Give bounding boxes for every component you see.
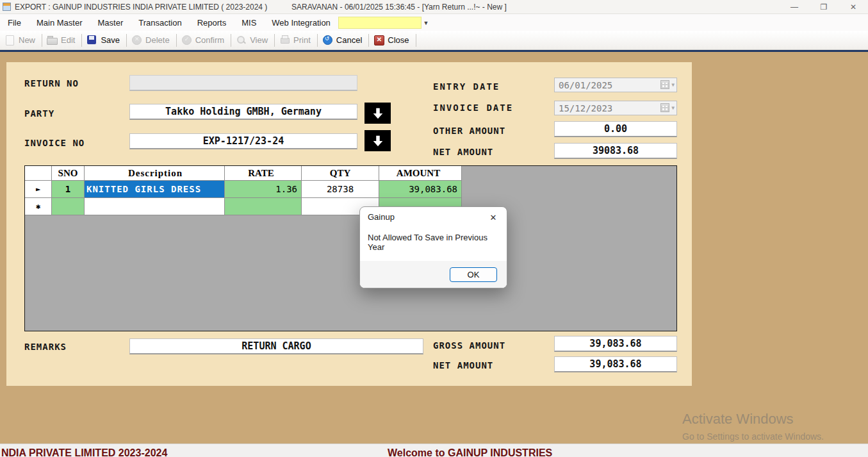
invoice-date-picker[interactable]: 15/12/2023 ▼ [554,101,677,115]
app-window: EXPORT : GAINUP INDUSTRIES INDIA PRIVATE… [0,0,868,457]
calendar-icon [660,103,669,112]
toolbar-button-label: Cancel [336,35,362,45]
delete-button[interactable]: Delete [128,32,175,49]
net-amount-input[interactable] [554,143,677,159]
dialog-close-icon[interactable]: ✕ [485,210,502,225]
title-bar: EXPORT : GAINUP INDUSTRIES INDIA PRIVATE… [0,0,868,14]
print-button[interactable]: Print [276,32,316,49]
grid-header-RATE[interactable]: RATE [225,166,302,181]
grid-cell-amt[interactable]: 39,083.68 [379,181,462,198]
grid-row[interactable]: ►1KNITTED GIRLS DRESS1.362873839,083.68 [25,181,676,198]
edit-button[interactable]: Edit [44,32,80,49]
window-controls: — ❐ ✕ [780,0,868,14]
grid-header-Description[interactable]: Description [85,166,225,181]
grid-row-selector[interactable]: ✱ [25,198,52,215]
status-marquee-left: NDIA PRIVATE LIMITED 2023-2024 [1,447,167,457]
grid-cell-desc[interactable] [85,198,225,215]
toolbar-button-label: Print [293,35,311,45]
toolbar-separator [126,34,127,47]
magnifier-icon [236,35,247,46]
red-x-icon [373,35,384,46]
grid-header-SNO[interactable]: SNO [52,166,85,181]
toolbar-separator [176,34,177,47]
toolbar-button-label: View [250,35,268,45]
close-button[interactable]: Close [370,32,414,49]
menu-item-file[interactable]: File [0,15,29,30]
close-window-icon[interactable]: ✕ [839,0,868,14]
toolbar-button-label: Save [101,35,120,45]
window-title: EXPORT : GAINUP INDUSTRIES INDIA PRIVATE… [15,3,267,12]
invoice-lookup-button[interactable] [364,130,391,151]
toolbar-separator [416,34,416,47]
net-amount-total-label: NET AMOUNT [433,360,493,370]
grid-cell-sno[interactable]: 1 [52,181,85,198]
grid-cell-sno[interactable] [52,198,85,215]
menu-item-transaction[interactable]: Transaction [131,15,189,30]
invoice-no-input[interactable] [129,133,357,149]
toolbar-separator [368,34,369,47]
grid-cell-rate[interactable]: 1.36 [225,181,302,198]
toolbar-button-label: Edit [61,35,75,45]
invoice-no-label: INVOICE NO [24,138,85,148]
message-dialog: Gainup ✕ Not Allowed To Save in Previous… [359,206,507,288]
cancel-button[interactable]: Cancel [319,32,367,49]
open-folder-icon [47,35,58,46]
toolbar-button-label: Close [388,35,409,45]
status-bar: NDIA PRIVATE LIMITED 2023-2024 Welcome t… [0,444,868,457]
menu-item-reports[interactable]: Reports [190,15,234,30]
grid-header-AMOUNT[interactable]: AMOUNT [379,166,462,181]
save-button[interactable]: Save [83,32,125,49]
menu-item-web-integration[interactable]: Web Integration [264,15,338,30]
grid-header-row: SNODescriptionRATEQTYAMOUNT [25,166,676,181]
dropdown-arrow-icon[interactable]: ▼ [422,20,430,26]
watermark-line1: Activate Windows [682,411,824,428]
new-button[interactable]: New [1,32,40,49]
menu-item-mis[interactable]: MIS [234,15,264,30]
grid-cell-desc[interactable]: KNITTED GIRLS DRESS [85,181,225,198]
grid-header-QTY[interactable]: QTY [302,166,379,181]
down-arrow-icon [371,106,385,120]
return-no-label: RETURN NO [24,78,79,88]
watermark-line2: Go to Settings to activate Windows. [682,431,824,442]
other-amount-input[interactable] [554,121,677,137]
dialog-message: Not Allowed To Save in Previous Year [360,226,507,261]
grid-cell-qty[interactable]: 28738 [302,181,379,198]
remarks-label: REMARKS [24,342,67,352]
menu-bar-items: FileMain MasterMasterTransactionReportsM… [0,15,388,30]
remarks-input[interactable] [129,338,423,354]
window-title-session: SARAVANAN - 06/01/2025 15:36:45 - [Yarn … [291,3,507,12]
grid-cell-rate[interactable] [225,198,302,215]
app-form-icon [3,3,11,11]
dropdown-arrow-icon: ▼ [671,105,675,111]
minimize-icon[interactable]: — [780,0,809,14]
menu-item-master[interactable]: Master [90,15,131,30]
net-amount-total-input[interactable] [554,356,677,372]
printer-icon [279,35,290,46]
grid-row-selector[interactable]: ► [25,181,52,198]
gray-circle-check-icon [181,35,192,46]
menu-item-main-master[interactable]: Main Master [29,15,90,30]
net-amount-label: NET AMOUNT [433,147,493,157]
date-picker-icons: ▼ [660,103,675,112]
dialog-footer: OK [360,261,507,288]
other-amount-label: OTHER AMOUNT [433,126,505,136]
grid-header-selector[interactable] [25,166,52,181]
date-picker-icons: ▼ [660,80,675,89]
view-button[interactable]: View [233,32,273,49]
ok-button[interactable]: OK [450,267,497,282]
confirm-button[interactable]: Confirm [178,32,230,49]
grid-row[interactable]: ✱ [25,198,676,215]
return-no-input[interactable] [129,75,357,91]
quick-search-field[interactable] [338,17,422,29]
dropdown-arrow-icon: ▼ [671,82,675,88]
party-lookup-button[interactable] [364,103,391,124]
maximize-icon[interactable]: ❐ [809,0,839,14]
entry-date-picker[interactable]: 06/01/2025 ▼ [554,78,677,92]
line-items-grid[interactable]: SNODescriptionRATEQTYAMOUNT►1KNITTED GIR… [24,165,677,331]
quick-search-combo[interactable]: ▼ [338,17,430,29]
party-input[interactable] [129,104,357,120]
toolbar-button-label: Confirm [195,35,225,45]
toolbar-separator [231,34,231,47]
toolbar-button-label: Delete [145,35,170,45]
gross-amount-input[interactable] [554,336,677,352]
